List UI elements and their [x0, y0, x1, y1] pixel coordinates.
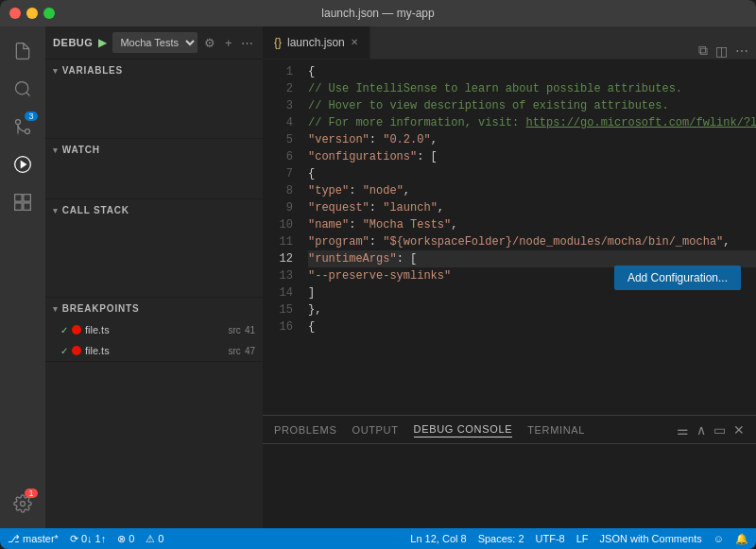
encoding[interactable]: UTF-8: [536, 533, 565, 544]
indentation[interactable]: Spaces: 2: [478, 533, 524, 544]
code-line-7: {: [308, 165, 756, 182]
main-area: 3: [0, 26, 756, 528]
line-num-16: 16: [263, 318, 293, 335]
more-actions-icon[interactable]: ⋯: [735, 43, 748, 59]
callstack-section: ▾ CALL STACK: [45, 199, 263, 298]
search-icon[interactable]: [6, 72, 40, 106]
callstack-label: CALL STACK: [62, 205, 129, 215]
minimize-button[interactable]: [26, 8, 38, 19]
debug-config-select[interactable]: Mocha Tests: [112, 32, 198, 53]
code-area[interactable]: { // Use IntelliSense to learn about pos…: [301, 60, 756, 415]
window-title: launch.json — my-app: [321, 7, 434, 20]
code-line-9: "request": "launch",: [308, 199, 756, 216]
errors-status[interactable]: ⊗ 0: [117, 533, 134, 545]
files-icon[interactable]: [6, 34, 40, 68]
debug-icon[interactable]: [6, 147, 40, 181]
svg-point-10: [21, 502, 26, 506]
panel-close-icon[interactable]: ✕: [733, 422, 745, 437]
breakpoint-item-2[interactable]: ✓ file.ts src 47: [45, 340, 263, 361]
line-num-11: 11: [263, 233, 293, 250]
open-changes-icon[interactable]: ◫: [715, 43, 728, 59]
code-line-8: "type": "node",: [308, 182, 756, 199]
add-configuration-button[interactable]: Add Configuration...: [614, 266, 741, 290]
git-branch-label: master*: [23, 533, 59, 544]
debug-more-icon[interactable]: ⋯: [240, 33, 255, 52]
activity-bottom: 1: [6, 487, 40, 528]
git-icon[interactable]: 3: [6, 110, 40, 144]
panel-tab-output[interactable]: OUTPUT: [352, 422, 398, 437]
panel-tab-debug-console[interactable]: DEBUG CONSOLE: [414, 421, 513, 437]
maximize-button[interactable]: [43, 8, 55, 19]
svg-rect-8: [15, 203, 23, 211]
sync-icon: ⟳: [70, 533, 78, 545]
notifications-icon[interactable]: 🔔: [735, 533, 748, 545]
sync-status[interactable]: ⟳ 0↓ 1↑: [70, 533, 106, 545]
line-num-8: 8: [263, 182, 293, 199]
settings-icon[interactable]: 1: [6, 487, 40, 521]
debug-add-icon[interactable]: +: [221, 33, 236, 52]
bp2-line: 47: [245, 346, 255, 356]
variables-label: VARIABLES: [62, 65, 123, 76]
debug-settings-icon[interactable]: ⚙: [201, 33, 216, 52]
sync-up: 1↑: [95, 533, 107, 544]
panel-tab-problems[interactable]: PROBLEMS: [274, 422, 336, 437]
line-num-4: 4: [263, 114, 293, 131]
line-num-5: 5: [263, 131, 293, 148]
editor-content: 1 2 3 4 5 6 7 8 9 10 11 12 13 14 15 16: [263, 60, 756, 415]
svg-point-0: [16, 82, 28, 94]
breakpoints-header[interactable]: ▾ BREAKPOINTS: [45, 298, 263, 319]
breakpoints-content: ✓ file.ts src 41 ✓ file.ts src 47: [45, 319, 263, 361]
cursor-position[interactable]: Ln 12, Col 8: [410, 533, 466, 544]
tab-close-button[interactable]: ✕: [351, 37, 358, 47]
line-ending[interactable]: LF: [576, 533, 589, 544]
watch-section: ▾ WATCH: [45, 139, 263, 199]
line-num-14: 14: [263, 284, 293, 301]
split-editor-icon[interactable]: ⧉: [698, 43, 708, 59]
variables-chevron: ▾: [53, 66, 59, 76]
editor-tab-launch-json[interactable]: {} launch.json ✕: [263, 26, 370, 59]
line-num-2: 2: [263, 80, 293, 97]
panel-actions: ⚌ ∧ ▭ ✕: [677, 422, 745, 437]
traffic-lights: [9, 8, 55, 19]
error-icon: ⊗: [117, 533, 126, 545]
git-branch-status[interactable]: ⎇ master*: [8, 533, 59, 545]
watch-header[interactable]: ▾ WATCH: [45, 139, 263, 161]
variables-header[interactable]: ▾ VARIABLES: [45, 60, 263, 81]
callstack-header[interactable]: ▾ CALL STACK: [45, 199, 263, 221]
svg-point-3: [16, 120, 21, 125]
smiley-icon[interactable]: ☺: [713, 533, 724, 544]
line-num-1: 1: [263, 63, 293, 80]
status-bar: ⎇ master* ⟳ 0↓ 1↑ ⊗ 0 ⚠ 0 Ln 12, Col 8 S…: [0, 528, 756, 549]
breakpoints-label: BREAKPOINTS: [62, 303, 140, 314]
panel-content: [263, 444, 756, 528]
panel-tab-terminal[interactable]: TERMINAL: [527, 422, 585, 437]
sync-down: 0↓: [81, 533, 93, 544]
language-mode[interactable]: JSON with Comments: [600, 533, 702, 544]
callstack-chevron: ▾: [53, 206, 59, 215]
line-num-7: 7: [263, 165, 293, 182]
warning-count: 0: [158, 533, 163, 544]
sidebar: DEBUG ▶ Mocha Tests ⚙ + ⋯ ▾ VARIABLES: [45, 26, 263, 528]
line-num-6: 6: [263, 148, 293, 165]
line-num-13: 13: [263, 267, 293, 284]
debug-play-button[interactable]: ▶: [96, 35, 109, 50]
bp2-check: ✓: [60, 346, 68, 356]
close-button[interactable]: [9, 8, 21, 19]
watch-content: [45, 161, 263, 198]
extensions-icon[interactable]: [6, 185, 40, 219]
panel-split-icon[interactable]: ▭: [713, 422, 726, 437]
json-file-icon: {}: [274, 36, 282, 49]
svg-rect-6: [15, 195, 23, 202]
panel-up-icon[interactable]: ∧: [696, 422, 706, 437]
app: 3: [0, 26, 756, 549]
variables-section: ▾ VARIABLES: [45, 60, 263, 139]
panel-tabs: PROBLEMS OUTPUT DEBUG CONSOLE TERMINAL ⚌…: [263, 416, 756, 444]
tab-label: launch.json: [287, 36, 345, 49]
line-numbers: 1 2 3 4 5 6 7 8 9 10 11 12 13 14 15 16: [263, 60, 301, 415]
warnings-status[interactable]: ⚠ 0: [146, 533, 163, 545]
debug-label: DEBUG: [53, 37, 93, 48]
breakpoint-item-1[interactable]: ✓ file.ts src 41: [45, 319, 263, 340]
svg-rect-7: [24, 195, 31, 202]
panel-filter-icon[interactable]: ⚌: [677, 422, 689, 437]
line-num-3: 3: [263, 97, 293, 114]
